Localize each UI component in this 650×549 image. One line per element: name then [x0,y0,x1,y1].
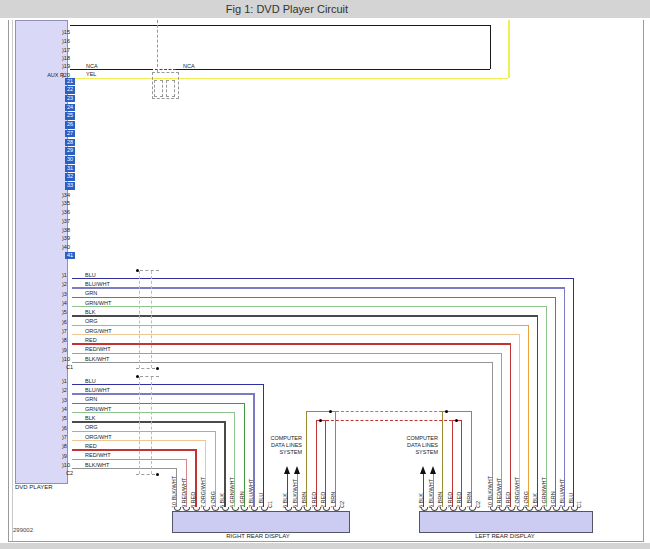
dvd-pin-number: )5 [62,309,67,315]
figure-title: Fig 1: DVD Player Circuit [0,0,650,18]
connector-box-top-a [154,80,163,97]
dvd-pin-number: )36 [62,209,70,215]
dvd-pin-number: )16 [62,38,70,44]
dvd-pin-number: )2 [62,281,67,287]
dvd-pin-number: )9 [62,453,67,459]
wire-color-label: GRN/WHT [85,300,111,306]
dvd-pin-number: )7 [62,328,67,334]
dvd-pin-highlighted: 25 [65,112,75,120]
wire-yel-up [508,20,510,78]
dvd-pin-number: )6 [62,319,67,325]
wire-C1-BLU [72,278,573,279]
display-pin-label: 6 ORG [523,491,529,508]
wire-C1-BLU-drop [573,278,574,511]
display-pin-label: 9 RED/WHT [181,478,187,508]
dvd-pin-number: )40 [62,244,70,250]
display-pin-label: 10 BLK/WHT [171,476,177,508]
terminal [323,507,330,511]
display-pin-label: 5 BLK/WHT [428,479,434,508]
wire-C1-ORG-drop [528,325,529,511]
wire-C1-GRN [72,297,555,298]
wire-color-label: RED/WHT [85,346,111,352]
display-pin-label: 7 ORG/WHT [514,477,520,508]
bottom-chrome-strip [0,543,650,549]
inline-connector-dashes [151,377,152,474]
wire-color-label: ORG/WHT [85,328,112,334]
display-connector-label: C2 [475,501,481,508]
dvd-pin-number: )5 [62,415,67,421]
right-rear-display-label: RIGHT REAR DISPLAY [218,533,298,540]
wire-color-label: GRN/WHT [85,406,111,412]
inline-connector-mark [140,376,159,377]
display-pin-label: 9 RED/WHT [496,478,502,508]
aux-r-label: AUX R [40,72,64,78]
left-rear-display-label: LEFT REAR DISPLAY [465,533,545,540]
display-connector-label: C2 [339,501,345,508]
wire-label-yel: YEL [86,71,96,77]
wire-color-label: RED [85,337,97,343]
dvd-pin-highlighted: 26 [65,121,75,129]
dvd-pin-number: )7 [62,434,67,440]
wire-C1-BLK/WHT [72,362,492,363]
terminal [304,507,311,511]
wire-nca-gap [155,69,176,70]
terminal [421,507,428,511]
dvd-pin-highlighted: 33 [65,182,75,190]
wire-nca-b [176,69,490,70]
frame-bottom [8,541,644,542]
title-bar: Fig 1: DVD Player Circuit [0,0,650,18]
splice-dot [455,419,458,422]
dvd-pin-number: )4 [62,406,67,412]
dvd-pin-number: )39 [62,235,70,241]
dvd-pin-highlighted: 21 [65,78,75,86]
inline-connector-dashes [139,271,140,368]
inline-connector-dot [136,375,139,378]
frame-left-inner [12,20,13,541]
display-pin-label: 4 GRN/WHT [541,477,547,508]
frame-left-outer [8,20,9,541]
display-pin-label: 2 RED [456,492,462,508]
display-pin-label: 5 BLK [532,493,538,508]
display-pin-label: 1 BRN [330,492,336,508]
wire-color-label: GRN [85,396,97,402]
display-pin-label: 4 GRN/WHT [229,477,235,508]
wire-C2-BLK/WHT [72,468,176,469]
dvd-pin-highlighted: 41 [65,252,75,260]
dvd-player-label: DVD PLAYER [15,484,53,491]
dvd-connector-label: C2 [66,470,73,476]
dvd-pin-number: )18 [62,55,70,61]
display-pin-label: 5 BLK/WHT [292,479,298,508]
wire-C2-BLK [72,421,224,422]
display-pin-label: 10 BLK/WHT [487,476,493,508]
wire-C1-RED-drop [510,343,511,511]
document-number: 299002 [13,527,33,534]
wire-color-label: GRN [85,290,97,296]
display-pin-label: 3 GRN [550,491,556,508]
wire-label-nca: NCA [86,63,98,69]
wire-C1-RED [72,343,510,344]
display-pin-label: 2 BLU/WHT [248,479,254,508]
dvd-pin-highlighted: 32 [65,173,75,181]
display-connector-label: C1 [576,501,582,508]
wire-label-nca-2: NCA [183,63,195,69]
wire-C1-BLU/WHT [72,287,564,288]
dvd-pin-number: )17 [62,47,70,53]
dvd-pin-highlighted: 24 [65,104,75,112]
display-pin-label: 6 BLK [418,493,424,508]
display-pin-label: 1 BLU [568,493,574,508]
dvd-pin-highlighted: 30 [65,156,75,164]
left-rear-display-box [419,511,593,533]
wire-C2-RED/WHT [72,459,186,460]
wire-C2-GRN [72,403,244,404]
wire-C1-GRN/WHT [72,306,546,307]
computer-data-arrow-icon [294,466,300,474]
dvd-pin-number: )9 [62,347,67,353]
dvd-pin-highlighted: 27 [65,130,75,138]
dvd-player-box [15,20,68,484]
dvd-pin-number: )8 [62,443,67,449]
dvd-pin-highlighted: 28 [65,139,75,147]
wire-color-label: BLU [85,272,96,278]
dvd-pin-number: )10 [62,356,70,362]
wire-C1-ORG [72,325,528,326]
dvd-pin-number: )35 [62,200,70,206]
